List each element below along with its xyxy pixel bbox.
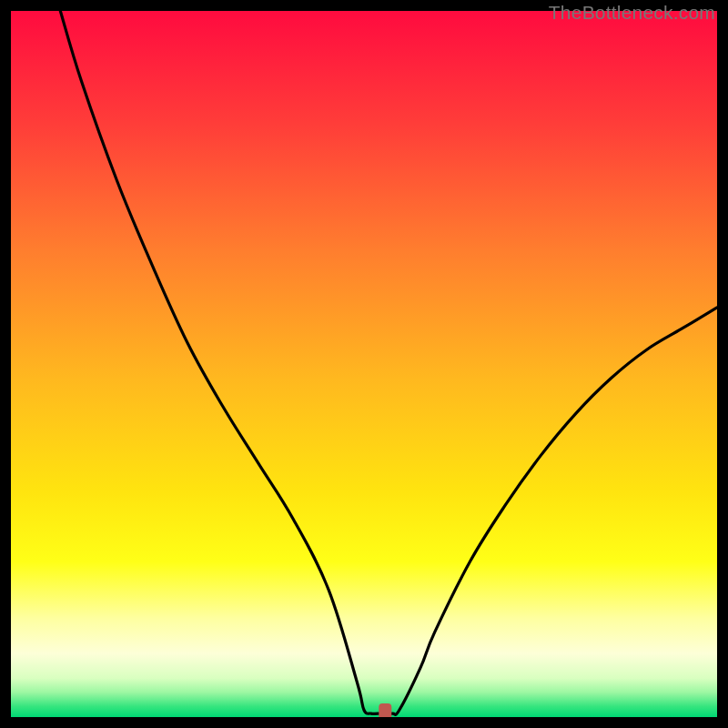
watermark-text: TheBottleneck.com <box>549 2 715 24</box>
bottleneck-chart <box>11 11 717 717</box>
chart-frame <box>11 11 717 717</box>
optimal-point-marker <box>379 703 391 717</box>
gradient-background <box>11 11 717 717</box>
